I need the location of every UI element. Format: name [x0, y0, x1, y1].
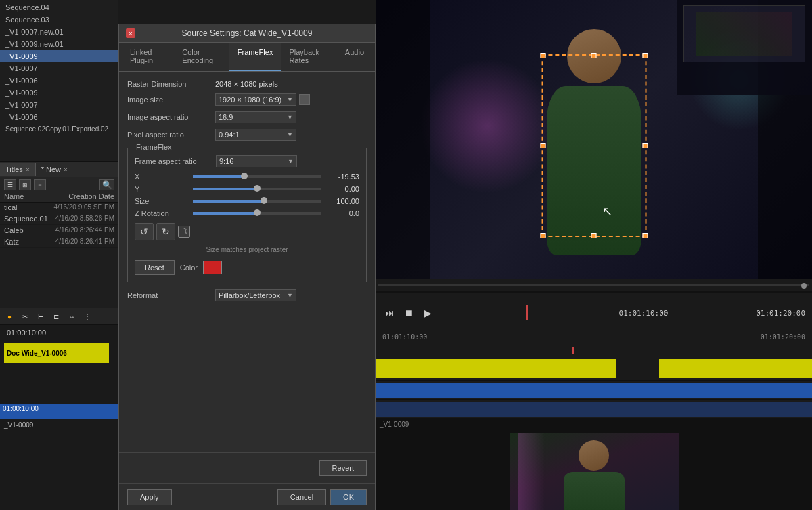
z-rotation-slider-track[interactable] [193, 212, 321, 215]
dialog-title: Source Settings: Cat Wide_V1-0009 [182, 28, 313, 38]
column-headers: Name Creation Date [0, 191, 118, 203]
project-item-selected[interactable]: _V1-0009 [0, 50, 118, 62]
background-monitors [677, 0, 812, 95]
timecode-marker-1: 01:01:10:00 [382, 333, 427, 341]
track-3-blue[interactable] [376, 381, 812, 400]
size-slider-track[interactable] [193, 200, 321, 203]
blue-clip[interactable]: 01:00:10:00 [0, 404, 118, 419]
project-item[interactable]: _V1-0009.new.01 [0, 38, 118, 50]
video-preview-area: ↖ ⏭ ⏹ ▶ 01:01:10:00 01:01:20:00 01:01:10… [376, 0, 812, 510]
more-icon[interactable]: ⋮ [81, 310, 94, 322]
list-item[interactable]: Sequence.01 4/16/20 8:58:26 PM [0, 213, 118, 225]
frameflex-section: FrameFlex Frame aspect ratio 9:16 ▼ X -1… [127, 148, 367, 282]
new-tab[interactable]: * New × [36, 163, 73, 176]
bg-glow-pink [420, 58, 555, 194]
project-list: Sequence.04 Sequence.03 _V1-0007.new.01 … [0, 0, 118, 136]
x-slider-row: X -19.53 [135, 173, 359, 181]
progress-indicator [801, 283, 807, 289]
lift-icon[interactable]: ⊏ [49, 310, 63, 322]
progress-bar[interactable] [378, 284, 809, 286]
project-item[interactable]: _V1-0009 [0, 87, 118, 99]
list-icon[interactable]: ☰ [4, 179, 16, 190]
pixel-aspect-ratio-select[interactable]: 0.94:1 ▼ [215, 129, 296, 141]
source-settings-dialog: × Source Settings: Cat Wide_V1-0009 Link… [118, 24, 376, 510]
timecode-marker-2: 01:01:20:00 [761, 333, 805, 341]
frame-aspect-ratio-select[interactable]: 9:16 ▼ [216, 155, 297, 167]
preview-controls [376, 279, 812, 291]
ok-button[interactable]: OK [330, 489, 367, 505]
x-slider-track[interactable] [193, 175, 321, 178]
reformat-select[interactable]: Pillarbox/Letterbox ▼ [215, 289, 296, 301]
yellow-clip-track[interactable] [376, 359, 616, 378]
trim-icon[interactable]: ⊢ [34, 310, 47, 322]
play-button[interactable]: ▶ [420, 305, 435, 320]
track-1 [376, 345, 812, 356]
image-size-row: Image size 1920 × 1080 (16:9) ▼ − [127, 93, 367, 106]
project-item[interactable]: _V1-0006 [0, 111, 118, 123]
stop-button[interactable]: ⏹ [401, 305, 416, 320]
y-label: Y [135, 185, 189, 193]
image-aspect-ratio-select[interactable]: 16:9 ▼ [215, 111, 296, 123]
image-aspect-ratio-label: Image aspect ratio [127, 113, 215, 121]
apply-button[interactable]: Apply [127, 489, 172, 505]
timeline-left: ● ✂ ⊢ ⊏ ↔ ⋮ 01:00:10:00 Doc Wide_V1-0006… [0, 308, 118, 510]
list-item[interactable]: tical 4/16/20 9:05 SE PM [0, 202, 118, 213]
detail-icon[interactable]: ≡ [34, 179, 46, 190]
y-slider-track[interactable] [193, 188, 321, 190]
raster-dimension-value: 2048 × 1080 pixels [215, 80, 367, 88]
cut-icon[interactable]: ✂ [18, 310, 32, 322]
dialog-close-button[interactable]: × [126, 28, 135, 38]
name-column-header: Name [4, 192, 64, 200]
project-item[interactable]: Sequence.04 [0, 1, 118, 14]
fast-forward-button[interactable]: ⏭ [382, 305, 397, 320]
project-item[interactable]: _V1-0007 [0, 99, 118, 111]
timecode-left: 01:01:10:00 [619, 309, 669, 318]
list-item[interactable]: Katz 4/16/20 8:26:41 PM [0, 236, 118, 248]
yellow-clip-track-2[interactable] [659, 359, 812, 378]
rotate-left-icon[interactable]: ↺ [135, 223, 154, 240]
color-icon[interactable]: ● [3, 310, 16, 322]
timecode-display: 01:00:10:00 [4, 327, 49, 338]
pixel-aspect-ratio-row: Pixel aspect ratio 0.94:1 ▼ [127, 129, 367, 141]
yellow-clip[interactable]: Doc Wide_V1-0006 [4, 343, 109, 363]
size-label: Size [135, 197, 189, 205]
remove-button[interactable]: − [299, 94, 310, 105]
track-2-yellow[interactable] [376, 356, 812, 381]
project-item[interactable]: _V1-0006 [0, 75, 118, 87]
project-item[interactable]: _V1-0007 [0, 62, 118, 75]
rotate-right-icon[interactable]: ↻ [156, 223, 175, 240]
list-item[interactable]: Caleb 4/16/20 8:26:44 PM [0, 225, 118, 236]
moon-icon[interactable]: ☽ [178, 226, 190, 238]
titles-tab-label: Titles [5, 165, 23, 173]
blue-clip-track-2[interactable] [376, 402, 812, 417]
tab-audio[interactable]: Audio [337, 43, 372, 71]
dark-side-left [376, 0, 430, 291]
titles-tab[interactable]: Titles × [0, 163, 36, 176]
tab-linked-plugin[interactable]: Linked Plug-in [122, 43, 174, 71]
y-slider-row: Y 0.00 [135, 185, 359, 193]
project-item[interactable]: _V1-0007.new.01 [0, 26, 118, 38]
tab-color-encoding[interactable]: Color Encoding [174, 43, 229, 71]
search-button[interactable]: 🔍 [99, 179, 114, 190]
size-match-text: Size matches project raster [135, 246, 359, 253]
color-swatch[interactable] [203, 261, 222, 274]
cancel-button[interactable]: Cancel [277, 489, 326, 505]
reset-button[interactable]: Reset [135, 260, 175, 275]
dialog-tab-bar: Linked Plug-in Color Encoding FrameFlex … [119, 43, 375, 72]
slide-icon[interactable]: ↔ [65, 310, 78, 322]
project-item[interactable]: Sequence.03 [0, 14, 118, 26]
x-value: -19.53 [325, 173, 359, 181]
size-value: 100.00 [325, 197, 359, 205]
project-item[interactable]: Sequence.02Copy.01.Exported.02 [0, 123, 118, 135]
titles-tab-close[interactable]: × [26, 166, 30, 173]
revert-button[interactable]: Revert [319, 460, 367, 476]
tab-playback-rates[interactable]: Playback Rates [281, 43, 336, 71]
yellow-clip-label: Doc Wide_V1-0006 [7, 349, 67, 357]
image-size-select[interactable]: 1920 × 1080 (16:9) ▼ [215, 93, 296, 106]
grid-icon[interactable]: ⊞ [19, 179, 31, 190]
icon-buttons-row: ↺ ↻ ☽ [135, 223, 359, 240]
in-point-marker [523, 305, 531, 320]
tab-frameflex[interactable]: FrameFlex [229, 43, 281, 71]
blue-clip-track[interactable] [376, 383, 812, 398]
new-tab-close[interactable]: × [64, 166, 68, 173]
